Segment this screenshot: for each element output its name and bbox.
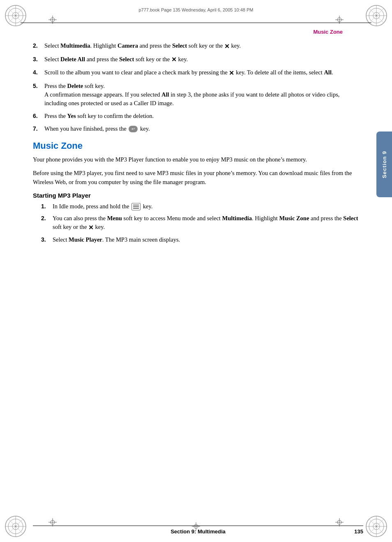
- list-item: 5. Press the Delete soft key. A confirma…: [33, 82, 363, 108]
- step-number: 3.: [33, 55, 44, 65]
- list-item: 7. When you have finished, press the ↩ k…: [33, 125, 363, 133]
- main-content: Music Zone 2. Select Multimedia. Highlig…: [33, 29, 363, 517]
- step-number: 6.: [33, 112, 44, 120]
- step-content: Select Multimedia. Highlight Camera and …: [44, 42, 363, 51]
- crosshair-bottom-left: [48, 518, 57, 526]
- list-item: 1. In Idle mode, press and hold the key.: [41, 202, 363, 211]
- step-content: In Idle mode, press and hold the key.: [53, 202, 363, 211]
- body-paragraph-2: Before using the MP3 player, you first n…: [33, 169, 363, 187]
- page-title: Music Zone: [33, 29, 363, 35]
- step-number: 4.: [33, 68, 44, 78]
- step-content: Select Delete All and press the Select s…: [44, 55, 363, 65]
- list-item: 3. Select Delete All and press the Selec…: [33, 55, 363, 65]
- step-number: 3.: [41, 235, 53, 244]
- step-content: When you have finished, press the ↩ key.: [44, 125, 363, 133]
- step-number: 7.: [33, 125, 44, 133]
- header-text: p777.book Page 135 Wednesday, April 6, 2…: [0, 7, 392, 12]
- step-number: 5.: [33, 82, 44, 108]
- nav-key-icon: ✕: [88, 223, 94, 232]
- section-tab: Section 9: [376, 131, 392, 197]
- nav-key-icon: ✕: [224, 42, 230, 51]
- step-content: You can also press the Menu soft key to …: [53, 214, 363, 232]
- step-number: 2.: [33, 42, 44, 51]
- step-content: Press the Delete soft key. A confirmatio…: [44, 82, 363, 108]
- list-item: 2. You can also press the Menu soft key …: [41, 214, 363, 232]
- section-heading-music-zone: Music Zone: [33, 141, 363, 151]
- corner-decoration-tl: [3, 3, 28, 28]
- step-content: Select Music Player. The MP3 main screen…: [53, 235, 363, 244]
- list-item: 2. Select Multimedia. Highlight Camera a…: [33, 42, 363, 51]
- crosshair-bottom-right: [335, 518, 344, 526]
- list-item: 3. Select Music Player. The MP3 main scr…: [41, 235, 363, 244]
- footer-center-text: Section 9: Multimedia: [171, 528, 226, 535]
- corner-decoration-bl: [3, 514, 28, 539]
- corner-decoration-br: [364, 514, 389, 539]
- step-number: 1.: [41, 202, 53, 211]
- corner-decoration-tr: [364, 3, 389, 28]
- footer: Section 9: Multimedia 135: [33, 526, 363, 535]
- menu-key-icon: [131, 203, 141, 210]
- subsection-title-starting: Starting MP3 Player: [33, 192, 363, 199]
- nav-key-icon: ✕: [171, 55, 177, 64]
- end-key-icon: ↩: [129, 126, 138, 132]
- starting-steps-list: 1. In Idle mode, press and hold the key.…: [41, 202, 363, 244]
- body-paragraph-1: Your phone provides you with the MP3 Pla…: [33, 155, 363, 164]
- step-number: 2.: [41, 214, 53, 232]
- step-content: Scroll to the album you want to clear an…: [44, 68, 363, 78]
- section-tab-label: Section 9: [381, 151, 387, 178]
- header-rule: [21, 23, 371, 23]
- footer-page-number: 135: [354, 528, 363, 535]
- steps-list-top: 2. Select Multimedia. Highlight Camera a…: [33, 42, 363, 133]
- list-item: 6. Press the Yes soft key to confirm the…: [33, 112, 363, 120]
- list-item: 4. Scroll to the album you want to clear…: [33, 68, 363, 78]
- nav-key-icon: ✕: [229, 69, 234, 78]
- step-content: Press the Yes soft key to confirm the de…: [44, 112, 363, 120]
